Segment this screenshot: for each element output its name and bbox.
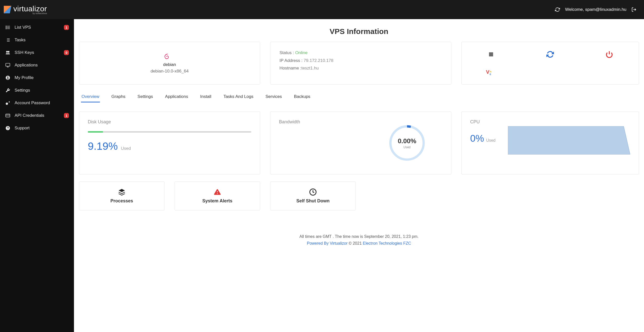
self-shutdown-button[interactable]: Self Shut Down <box>270 181 356 210</box>
sidebar-item-label: List VPS <box>15 25 31 30</box>
sidebar-item-applications[interactable]: Applications <box>0 59 74 71</box>
clock-icon <box>309 188 317 196</box>
tab-settings[interactable]: Settings <box>137 92 153 102</box>
svg-rect-3 <box>6 27 7 28</box>
list-icon <box>5 25 11 30</box>
svg-rect-5 <box>6 28 7 29</box>
processes-button[interactable]: Processes <box>79 181 165 210</box>
tab-overview[interactable]: Overview <box>81 92 100 102</box>
tab-backups[interactable]: Backups <box>293 92 311 102</box>
svg-text:V: V <box>486 69 490 75</box>
tab-applications[interactable]: Applications <box>165 92 189 102</box>
alerts-label: System Alerts <box>202 198 232 204</box>
vps-actions-card: Vnc <box>461 42 639 85</box>
badge: 1 <box>64 113 69 118</box>
sidebar-item-label: Account Password <box>15 100 50 105</box>
api-icon <box>5 113 11 118</box>
sidebar: List VPS 1 Tasks SSH Keys 0 Applications <box>0 19 74 332</box>
sidebar-item-label: Support <box>15 126 30 131</box>
ssh-icon <box>5 50 11 55</box>
svg-text:c: c <box>490 72 491 75</box>
svg-point-19 <box>7 77 9 78</box>
sidebar-item-my-profile[interactable]: My Profile <box>0 71 74 84</box>
disk-title: Disk Usage <box>88 119 251 125</box>
svg-rect-6 <box>7 28 10 29</box>
bandwidth-title: Bandwidth <box>279 119 442 125</box>
debian-swirl-icon <box>163 53 172 62</box>
topbar: virtualizor by softaculous Welcome, spam… <box>0 0 644 19</box>
vnc-button[interactable]: Vnc <box>486 67 496 77</box>
brand-name: virtualizor <box>13 5 47 13</box>
sidebar-item-label: My Profile <box>15 75 34 80</box>
cpu-used-label: Used <box>486 138 495 142</box>
sidebar-item-tasks[interactable]: Tasks <box>0 34 74 46</box>
tab-services[interactable]: Services <box>265 92 282 102</box>
company-link[interactable]: Electron Technologies FZC <box>363 241 411 245</box>
svg-rect-1 <box>6 26 7 26</box>
svg-point-34 <box>217 193 218 194</box>
page-title: VPS Information <box>79 27 639 36</box>
system-alerts-button[interactable]: System Alerts <box>175 181 260 210</box>
svg-point-13 <box>6 51 8 53</box>
ip-value: 79.172.210.178 <box>304 58 333 63</box>
sidebar-item-ssh-keys[interactable]: SSH Keys 0 <box>0 46 74 59</box>
cpu-card: CPU 0% Used <box>461 112 639 174</box>
sidebar-item-api-credentials[interactable]: API Credentials 1 <box>0 109 74 122</box>
badge: 0 <box>64 50 69 55</box>
cpu-title: CPU <box>470 119 500 125</box>
tab-tasks-logs[interactable]: Tasks And Logs <box>223 92 254 102</box>
svg-point-23 <box>8 129 8 129</box>
disk-progress-bar <box>88 131 251 133</box>
help-icon <box>5 125 11 131</box>
footer: All times are GMT . The time now is Sept… <box>79 233 639 247</box>
debian-logo: debian <box>163 53 176 67</box>
bandwidth-used-label: Used <box>398 145 416 149</box>
logout-icon[interactable] <box>631 7 636 12</box>
powered-by-link[interactable]: Powered By Virtualizor <box>307 241 348 245</box>
power-button[interactable] <box>604 49 614 59</box>
wrench-icon <box>5 88 11 93</box>
status-card: Status : Online IP Address : 79.172.210.… <box>270 42 451 85</box>
sidebar-item-label: Tasks <box>15 38 25 43</box>
hostname-value: teszt1.hu <box>301 66 319 70</box>
shutdown-label: Self Shut Down <box>296 198 330 204</box>
bandwidth-gauge: 0.00% Used <box>388 124 426 162</box>
svg-rect-2 <box>7 26 10 26</box>
badge: 1 <box>64 25 69 30</box>
processes-label: Processes <box>110 198 133 204</box>
monitor-icon <box>5 62 11 68</box>
brand-icon <box>4 6 11 13</box>
main-content: VPS Information debian debian-10.0-x86_6… <box>74 19 644 332</box>
footer-copyright: © 2021 <box>348 241 363 245</box>
svg-rect-20 <box>6 114 10 117</box>
stop-button[interactable] <box>486 49 496 59</box>
tasks-icon <box>5 37 11 43</box>
brand-logo[interactable]: virtualizor by softaculous <box>4 5 47 15</box>
svg-rect-15 <box>6 63 10 66</box>
bandwidth-card: Bandwidth 0.00% Used <box>270 112 451 174</box>
disk-progress-fill <box>88 131 103 133</box>
tab-install[interactable]: Install <box>200 92 212 102</box>
status-value: Online <box>295 50 307 55</box>
alert-icon <box>214 188 221 196</box>
sidebar-item-account-password[interactable]: Account Password <box>0 97 74 109</box>
sidebar-item-list-vps[interactable]: List VPS 1 <box>0 21 74 34</box>
sidebar-item-settings[interactable]: Settings <box>0 84 74 97</box>
os-distro: debian <box>163 62 176 67</box>
tab-graphs[interactable]: Graphs <box>111 92 126 102</box>
os-card: debian debian-10.0-x86_64 <box>79 42 260 85</box>
os-name: debian-10.0-x86_64 <box>150 69 188 74</box>
key-icon <box>5 100 11 106</box>
refresh-icon[interactable] <box>555 7 560 12</box>
sidebar-item-label: SSH Keys <box>15 50 34 55</box>
status-label: Status : <box>279 50 295 55</box>
disk-usage-card: Disk Usage 9.19% Used <box>79 112 260 174</box>
disk-used-label: Used <box>121 146 131 151</box>
ip-label: IP Address : <box>279 58 304 63</box>
svg-rect-4 <box>7 27 10 28</box>
restart-button[interactable] <box>545 49 555 59</box>
cpu-percent: 0% <box>470 133 484 144</box>
sidebar-item-support[interactable]: Support <box>0 122 74 134</box>
user-icon <box>5 75 11 81</box>
disk-percent: 9.19% <box>88 140 118 152</box>
